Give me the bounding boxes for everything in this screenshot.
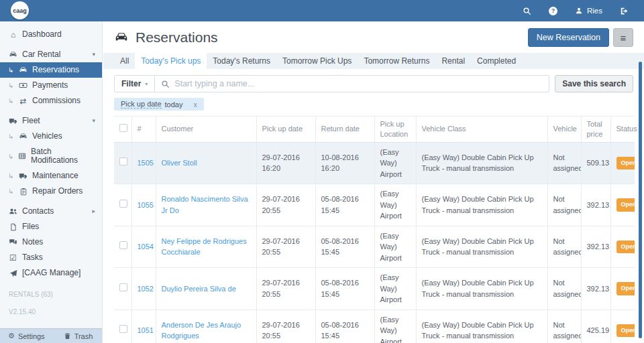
sidebar-item-payments[interactable]: ↳Payments — [0, 78, 102, 93]
sidebar: ⌂DashboardCar Rental▾↳Reservations↳Payme… — [0, 21, 103, 343]
reservations-table: #CustomerPick up dateReturn datePick up … — [114, 116, 635, 343]
caag-logo[interactable]: caag — [11, 1, 29, 19]
car-icon — [114, 30, 129, 45]
tab-today-s-returns[interactable]: Today's Returns — [207, 53, 276, 69]
sidebar-item-fleet[interactable]: Fleet▾ — [0, 113, 102, 129]
car-icon — [18, 66, 28, 74]
sidebar-item-car-rental[interactable]: Car Rental▾ — [0, 47, 102, 62]
total-price-cell: 509.13 — [581, 142, 610, 184]
select-all-header — [114, 117, 131, 143]
sidebar-item-tasks[interactable]: ☑Tasks — [0, 250, 102, 265]
tab-all[interactable]: All — [114, 53, 135, 69]
column-header-vehicle-class[interactable]: Vehicle Class — [416, 117, 547, 143]
column-header-[interactable]: # — [131, 117, 156, 143]
pickup-location-cell: (Easy Way) Airport — [374, 142, 416, 184]
column-header-customer[interactable]: Customer — [156, 117, 256, 143]
logout-button[interactable] — [611, 0, 637, 21]
rentals-counter: RENTALS (63) — [0, 291, 102, 298]
column-header-vehicle[interactable]: Vehicle — [547, 117, 581, 143]
scrollbar-thumb[interactable] — [639, 62, 642, 338]
row-checkbox[interactable] — [119, 157, 127, 165]
sidebar-item-repair-orders[interactable]: ↳Repair Orders — [0, 184, 102, 199]
column-header-status[interactable]: Status — [610, 117, 635, 143]
reservation-id-link[interactable]: 1054 — [138, 243, 154, 251]
sidebar-item-label: Vehicles — [32, 132, 62, 141]
header-actions: New Reservation ≡ — [528, 28, 633, 47]
pickup-date-cell: 29-07-2016 20:55 — [256, 268, 315, 310]
row-checkbox[interactable] — [119, 325, 127, 333]
column-header-pick-up-date[interactable]: Pick up date — [256, 117, 315, 143]
search-input[interactable] — [174, 79, 543, 88]
tab-tomorrow-pick-ups[interactable]: Tomorrow Pick Ups — [276, 53, 358, 69]
reservation-id-link[interactable]: 1051 — [138, 326, 154, 334]
filter-dropdown-button[interactable]: Filter ▾ — [114, 75, 155, 92]
customer-link[interactable]: Ney Felippe de Rodrigues Cocchiarale — [162, 237, 247, 257]
tasks-icon: ☑ — [8, 254, 18, 262]
tab-rental[interactable]: Rental — [435, 53, 471, 69]
sidebar-item-batch-modifications[interactable]: ↳Batch Modifications — [0, 144, 102, 168]
sub-item-arrow-icon: ↳ — [8, 96, 14, 105]
sidebar-item-contacts[interactable]: Contacts▸ — [0, 204, 102, 219]
row-checkbox[interactable] — [119, 283, 127, 291]
filter-tag-field[interactable]: Pick up date — [121, 100, 162, 109]
list-options-button[interactable]: ≡ — [613, 28, 633, 47]
filter-tag: Pick up date today x — [114, 98, 204, 111]
customer-link[interactable]: Duylio Pereira Silva de — [162, 285, 236, 293]
column-header-total-price[interactable]: Total price — [581, 117, 610, 143]
status-badge[interactable]: Open — [616, 241, 635, 254]
global-search-button[interactable] — [514, 0, 540, 21]
customer-link[interactable]: Ronaldo Nascimento Silva Jr Do — [162, 195, 248, 214]
status-badge[interactable]: Open — [616, 157, 635, 170]
sidebar-item-label: Repair Orders — [32, 187, 83, 196]
sidebar-item-commissions[interactable]: ↳⇄Commissions — [0, 93, 102, 109]
trash-button[interactable]: Trash — [53, 332, 101, 340]
return-date-cell: 05-08-2016 15:45 — [315, 310, 374, 343]
pickup-location-cell: (Easy Way) Airport — [374, 310, 416, 343]
reservation-id-link[interactable]: 1505 — [138, 159, 154, 167]
column-header-pick-up-location[interactable]: Pick up Location — [374, 117, 416, 143]
tab-completed[interactable]: Completed — [471, 53, 522, 69]
sub-item-arrow-icon: ↳ — [8, 132, 14, 141]
sidebar-item-reservations[interactable]: ↳Reservations — [0, 62, 102, 78]
table-icon — [17, 152, 27, 160]
sidebar-item-label: Commissions — [32, 96, 80, 105]
comments-icon — [8, 238, 18, 247]
sidebar-item-notes[interactable]: Notes — [0, 234, 102, 250]
save-search-button[interactable]: Save this search — [555, 75, 633, 92]
sidebar-item-label: Batch Modifications — [31, 147, 94, 165]
pickup-location-cell: (Easy Way) Airport — [374, 184, 416, 226]
main-content: Reservations New Reservation ≡ AllToday'… — [103, 21, 644, 343]
tab-today-s-pick-ups[interactable]: Today's Pick ups — [135, 53, 207, 69]
select-all-checkbox[interactable] — [119, 124, 127, 132]
help-button[interactable]: ? — [540, 0, 566, 21]
sidebar-item-label: Fleet — [22, 117, 40, 125]
sidebar-item-label: Files — [22, 222, 39, 231]
reservation-id-link[interactable]: 1052 — [138, 285, 154, 293]
status-badge[interactable]: Open — [616, 324, 635, 338]
settings-button[interactable]: ⚙ Settings — [0, 332, 53, 340]
trash-label: Trash — [74, 332, 93, 340]
new-reservation-button[interactable]: New Reservation — [528, 28, 609, 47]
column-header-return-date[interactable]: Return date — [315, 117, 374, 143]
user-menu[interactable]: Ries — [566, 0, 611, 21]
sidebar-item-caag-manage[interactable]: [CAAG Manage] — [0, 265, 102, 281]
status-badge[interactable]: Open — [616, 282, 635, 295]
sidebar-item-dashboard[interactable]: ⌂Dashboard — [0, 27, 102, 42]
reservation-id-link[interactable]: 1055 — [138, 201, 154, 209]
filter-tag-value: today — [165, 100, 183, 109]
tab-tomorrow-returns[interactable]: Tomorrow Returns — [358, 53, 435, 69]
caret-down-icon: ▾ — [92, 117, 95, 125]
sidebar-item-vehicles[interactable]: ↳Vehicles — [0, 129, 102, 144]
checkbox-cell — [114, 268, 131, 310]
status-badge[interactable]: Open — [616, 198, 635, 212]
sub-item-arrow-icon: ↳ — [8, 81, 14, 90]
row-checkbox[interactable] — [119, 241, 127, 249]
app-version: V2.15.40 — [0, 308, 102, 316]
customer-link[interactable]: Anderson De Jes Araujo Rodgrigues — [162, 321, 241, 340]
vehicle-cell: Not assigned — [547, 226, 581, 268]
remove-filter-icon[interactable]: x — [193, 100, 197, 109]
row-checkbox[interactable] — [119, 200, 127, 208]
sidebar-item-files[interactable]: Files — [0, 219, 102, 234]
customer-link[interactable]: Oliver Stoll — [162, 159, 197, 167]
sidebar-item-maintenance[interactable]: ↳Maintenance — [0, 168, 102, 184]
